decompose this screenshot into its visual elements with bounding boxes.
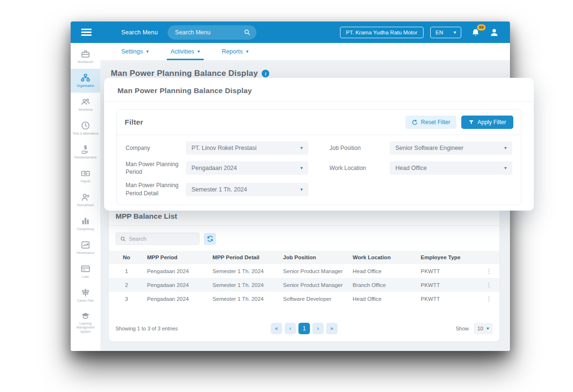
chevron-down-icon: ▾ [504, 146, 507, 150]
work-location-select[interactable]: Head Office ▾ [390, 161, 512, 175]
row-actions-kebab-icon[interactable]: ⋮ [486, 295, 492, 302]
sidebar-item-recruitment[interactable]: Recruitment [71, 188, 100, 212]
table-row: 3 Pengadaan 2024 Semester 1 Th. 2024 Sof… [109, 292, 499, 306]
filter-heading: Filter [125, 118, 143, 127]
hand-dollar-icon [81, 145, 90, 154]
clock-icon [81, 121, 90, 130]
credit-card-icon [81, 264, 90, 274]
filter-panel: Filter Reset Filter [117, 109, 521, 205]
chevron-down-icon: ▾ [454, 30, 456, 35]
sidebar-item-reimbursement[interactable]: Reimbursement [71, 140, 100, 164]
row-actions-kebab-icon[interactable]: ⋮ [486, 267, 492, 275]
user-plus-icon [81, 192, 90, 202]
chevron-down-icon: ▾ [487, 326, 489, 331]
notification-count-badge: 99 [477, 24, 486, 31]
language-value: EN [435, 30, 443, 35]
sidebar-item-payroll[interactable]: Payroll [71, 164, 100, 188]
field-mpp-period: Man Power Planning Period Pengadaan 2024… [126, 160, 308, 176]
chevron-down-icon: ▾ [300, 146, 303, 150]
last-page-button[interactable]: » [326, 323, 338, 334]
sidebar-item-loan[interactable]: Loan [71, 260, 100, 284]
prev-page-button[interactable]: ‹ [285, 323, 296, 334]
menu-search-input[interactable] [175, 29, 244, 36]
first-page-button[interactable]: « [271, 323, 282, 334]
sidebar-item-workforce[interactable]: Workforce [71, 93, 100, 117]
chevron-down-icon: ▾ [246, 49, 248, 54]
tab-settings[interactable]: Settings ▾ [121, 43, 149, 60]
field-job-position: Job Position Senior Software Engineer ▾ [329, 141, 512, 155]
search-icon [244, 29, 251, 36]
chevron-down-icon: ▾ [300, 187, 303, 192]
search-menu-label: Search Menu [121, 29, 158, 36]
page-size-select[interactable]: 10 ▾ [474, 323, 493, 334]
sidebar-item-performance[interactable]: Performance [71, 236, 100, 260]
field-work-location: Work Location Head Office ▾ [329, 160, 512, 176]
notifications-button[interactable]: 99 [471, 28, 480, 37]
sidebar-item-time-attendance[interactable]: Time & Attendance [71, 117, 100, 140]
mpp-period-detail-select[interactable]: Semester 1 Th. 2024 ▾ [186, 183, 308, 196]
chevron-down-icon: ▾ [146, 49, 149, 54]
pagination: « ‹ 1 › » [271, 323, 338, 334]
tab-activities[interactable]: Activities ▾ [170, 43, 200, 60]
hamburger-menu-icon[interactable] [81, 27, 92, 37]
line-chart-icon [81, 240, 90, 250]
signpost-icon [81, 288, 90, 297]
page-1-button[interactable]: 1 [298, 323, 310, 334]
chevron-down-icon: ▾ [198, 49, 200, 54]
table-search-box[interactable] [116, 233, 200, 245]
table-row: 2 Pengadaan 2024 Semester 1 Th. 2024 Sen… [109, 278, 499, 292]
next-page-button[interactable]: › [312, 323, 324, 334]
toolbox-icon [81, 49, 90, 59]
refresh-icon [207, 235, 213, 242]
table-header-row: No MPP Period MPP Period Detail Job Posi… [109, 251, 499, 264]
row-actions-kebab-icon[interactable]: ⋮ [486, 281, 492, 288]
field-mpp-period-detail: Man Power Planning Period Detail Semeste… [126, 181, 308, 197]
chevron-down-icon: ▾ [300, 166, 303, 170]
filter-funnel-icon [468, 119, 474, 125]
language-selector[interactable]: EN ▾ [430, 27, 461, 38]
sidebar-item-lms[interactable]: Learning Management System [71, 307, 100, 337]
search-icon [120, 236, 126, 242]
user-profile-button[interactable] [489, 27, 499, 38]
nav-tabbar: Settings ▾ Activities ▾ Reports ▾ [100, 43, 510, 60]
entries-summary: Showing 1 to 3 of 3 entries [116, 326, 178, 331]
top-bar: Search Menu PT. Krama Yudha Ratu Motor E… [71, 21, 510, 43]
mpp-balance-display-modal: Man Power Planning Balance Display Filte… [104, 78, 534, 211]
show-label: Show [456, 326, 469, 331]
refresh-button[interactable] [204, 233, 216, 245]
table-row: 1 Pengadaan 2024 Semester 1 Th. 2024 Sen… [109, 264, 499, 278]
apply-filter-button[interactable]: Apply Filter [461, 116, 513, 129]
users-icon [81, 97, 90, 106]
org-chart-icon [81, 73, 90, 83]
company-select[interactable]: PT. Linov Roket Prestasi ▾ [186, 141, 308, 155]
table-search-input[interactable] [129, 236, 195, 242]
bar-chart-icon [81, 216, 90, 226]
graduation-cap-icon [81, 311, 90, 320]
reset-icon [412, 119, 418, 126]
field-company: Company PT. Linov Roket Prestasi ▾ [126, 141, 308, 155]
mpp-period-select[interactable]: Pengadaan 2024 ▾ [186, 161, 308, 175]
chevron-down-icon: ▾ [504, 166, 507, 170]
reset-filter-button[interactable]: Reset Filter [405, 116, 456, 129]
mpp-balance-table: No MPP Period MPP Period Detail Job Posi… [109, 251, 499, 306]
info-icon[interactable]: i [262, 70, 269, 77]
user-icon [489, 27, 499, 38]
mpp-balance-list-card: MPP Balance List [109, 205, 499, 341]
page-title: Man Power Planning Balance Display [111, 69, 258, 78]
banknote-icon [81, 169, 90, 178]
tab-reports[interactable]: Reports ▾ [222, 43, 249, 60]
sidebar: Workbench Organization Workforce [71, 43, 100, 351]
sidebar-item-workbench[interactable]: Workbench [71, 45, 100, 69]
sidebar-item-career-path[interactable]: Career Path [71, 284, 100, 307]
job-position-select[interactable]: Senior Software Engineer ▾ [390, 141, 512, 155]
company-selector-button[interactable]: PT. Krama Yudha Ratu Motor [340, 27, 424, 38]
menu-search-box[interactable] [168, 25, 256, 40]
sidebar-item-competency[interactable]: Competency [71, 212, 100, 236]
modal-title: Man Power Planning Balance Display [104, 78, 534, 102]
sidebar-item-organization[interactable]: Organization [71, 69, 100, 93]
